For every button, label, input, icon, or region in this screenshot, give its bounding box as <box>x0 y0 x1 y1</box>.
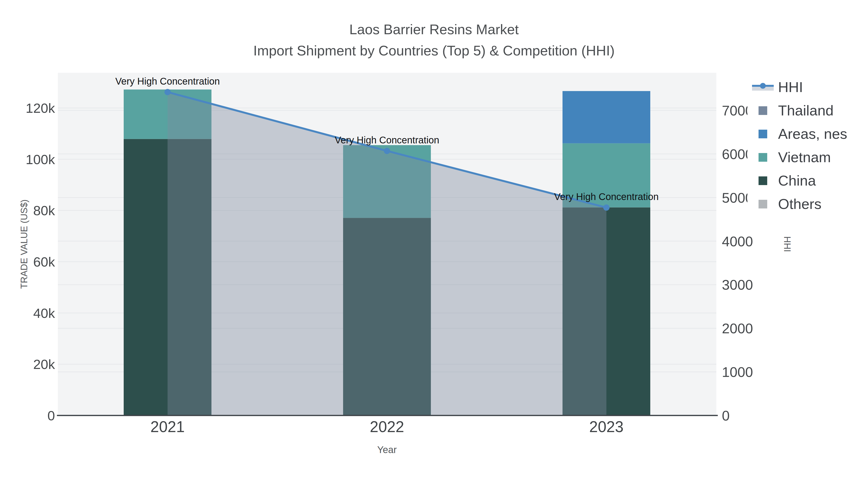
annotation-very-high-concentration-2022: Very High Concentration <box>335 135 439 145</box>
legend-item-label: China <box>778 172 816 189</box>
hhi-marker-2021[interactable] <box>164 89 171 95</box>
legend-item-label: HHI <box>778 79 803 95</box>
legend-item-others[interactable]: Others <box>747 192 861 216</box>
chart-canvas <box>0 0 868 488</box>
chart-page: { "title": { "line1": "Laos Barrier Resi… <box>0 0 868 488</box>
legend-item-label: Vietnam <box>778 149 831 166</box>
hhi-line-legend-icon <box>747 82 778 93</box>
others-swatch-icon <box>758 200 767 208</box>
areas-nes-swatch-icon <box>758 130 767 138</box>
legend-item-vietnam[interactable]: Vietnam <box>747 145 861 169</box>
china-swatch-icon <box>758 176 767 185</box>
hhi-marker-2022[interactable] <box>384 148 390 154</box>
legend-item-label: Thailand <box>778 102 834 119</box>
legend-item-areas-nes[interactable]: Areas, nes <box>747 122 861 145</box>
thailand-swatch-icon <box>758 106 767 115</box>
legend-item-china[interactable]: China <box>747 169 861 192</box>
bar-segment-areas-nes-2023[interactable] <box>562 91 650 143</box>
legend: HHI Thailand Areas, nes Vietnam China Ot… <box>747 75 861 216</box>
legend-item-label: Areas, nes <box>778 126 847 142</box>
annotation-very-high-concentration-2023: Very High Concentration <box>554 191 659 202</box>
legend-item-hhi[interactable]: HHI <box>747 75 861 99</box>
vietnam-swatch-icon <box>758 153 767 162</box>
hhi-marker-2023[interactable] <box>603 204 610 210</box>
annotation-very-high-concentration-2021: Very High Concentration <box>115 76 220 87</box>
legend-item-label: Others <box>778 196 822 212</box>
legend-item-thailand[interactable]: Thailand <box>747 99 861 122</box>
